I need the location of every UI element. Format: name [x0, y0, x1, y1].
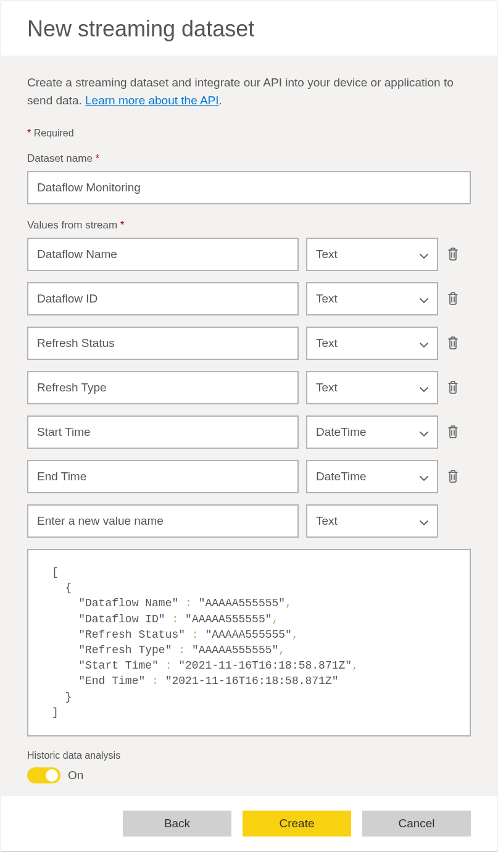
trash-icon: [447, 425, 459, 440]
historic-toggle-state: On: [68, 769, 83, 782]
description-text: Create a streaming dataset and integrate…: [27, 74, 471, 109]
historic-toggle[interactable]: [27, 767, 60, 783]
new-streaming-dataset-dialog: New streaming dataset Create a streaming…: [1, 1, 497, 852]
back-button[interactable]: Back: [123, 811, 231, 837]
value-name-input[interactable]: [27, 238, 299, 271]
chevron-down-icon: [420, 472, 428, 481]
new-value-name-input[interactable]: [27, 504, 299, 538]
learn-more-link[interactable]: Learn more about the API: [85, 94, 219, 107]
trash-icon: [447, 469, 459, 485]
trash-icon: [447, 380, 459, 396]
trash-icon: [447, 247, 459, 262]
value-rows-container: TextTextTextTextDateTimeDateTimeText: [27, 238, 471, 538]
chevron-down-icon: [420, 339, 428, 348]
values-from-stream-label: Values from stream *: [27, 219, 471, 232]
value-name-input[interactable]: [27, 460, 299, 493]
value-row: Text: [27, 282, 471, 315]
toggle-knob: [46, 769, 58, 782]
description-after: .: [219, 94, 222, 107]
historic-toggle-row: On: [27, 767, 471, 783]
trash-icon: [447, 291, 459, 307]
value-row: Text: [27, 327, 471, 360]
required-label: Required: [34, 128, 74, 138]
value-type-label: DateTime: [316, 470, 367, 483]
required-asterisk: *: [96, 152, 100, 164]
dialog-header: New streaming dataset: [1, 1, 497, 56]
value-type-select[interactable]: Text: [306, 371, 438, 404]
value-type-select[interactable]: Text: [306, 238, 438, 271]
value-type-select[interactable]: Text: [306, 282, 438, 315]
dataset-name-label: Dataset name *: [27, 152, 471, 165]
historic-data-label: Historic data analysis: [27, 750, 471, 761]
required-note: * Required: [27, 128, 471, 139]
dialog-footer: Back Create Cancel: [1, 796, 497, 851]
value-name-input[interactable]: [27, 371, 299, 404]
value-name-input[interactable]: [27, 327, 299, 360]
trash-icon: [447, 336, 459, 351]
value-name-input[interactable]: [27, 282, 299, 315]
value-type-select[interactable]: Text: [306, 327, 438, 360]
value-type-select[interactable]: DateTime: [306, 415, 438, 449]
value-type-label: Text: [316, 292, 338, 306]
cancel-button[interactable]: Cancel: [362, 811, 471, 837]
value-name-input[interactable]: [27, 415, 299, 449]
value-type-label: Text: [316, 248, 338, 261]
chevron-down-icon: [420, 294, 428, 303]
delete-value-button[interactable]: [446, 469, 460, 484]
chevron-down-icon: [420, 517, 428, 525]
chevron-down-icon: [420, 428, 428, 436]
value-type-label: Text: [316, 336, 338, 350]
json-preview: [ { "Dataflow Name" : "AAAAA555555", "Da…: [27, 549, 471, 737]
value-type-label: DateTime: [316, 425, 367, 439]
value-type-label: Text: [316, 381, 338, 394]
delete-value-button[interactable]: [446, 291, 460, 306]
value-row-new: Text: [27, 504, 471, 538]
chevron-down-icon: [420, 383, 428, 392]
value-type-label: Text: [316, 514, 338, 528]
delete-value-button[interactable]: [446, 380, 460, 395]
required-asterisk: *: [27, 128, 31, 138]
value-row: DateTime: [27, 460, 471, 493]
dialog-body: Create a streaming dataset and integrate…: [1, 56, 497, 796]
value-row: DateTime: [27, 415, 471, 449]
delete-value-button[interactable]: [446, 425, 460, 440]
delete-value-button[interactable]: [446, 336, 460, 351]
required-asterisk: *: [120, 219, 125, 231]
dataset-name-input[interactable]: [27, 171, 471, 204]
value-row: Text: [27, 238, 471, 271]
create-button[interactable]: Create: [243, 811, 351, 837]
delete-value-button[interactable]: [446, 247, 460, 262]
value-type-select[interactable]: DateTime: [306, 460, 438, 493]
chevron-down-icon: [420, 250, 428, 259]
new-value-type-select[interactable]: Text: [306, 504, 438, 538]
value-row: Text: [27, 371, 471, 404]
page-title: New streaming dataset: [27, 16, 471, 42]
